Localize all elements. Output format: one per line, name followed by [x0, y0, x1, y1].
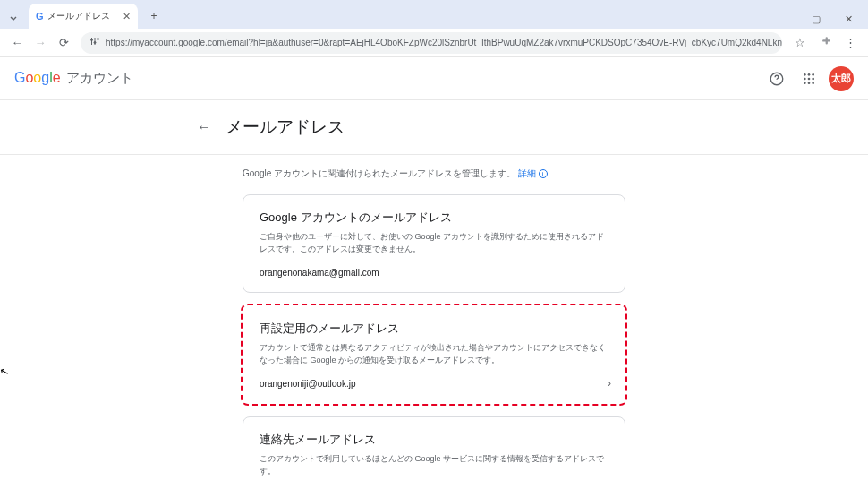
- card-heading: 再設定用のメールアドレス: [260, 321, 608, 337]
- svg-point-12: [808, 77, 811, 80]
- svg-point-9: [808, 73, 811, 76]
- nav-back-button[interactable]: ←: [5, 31, 29, 55]
- page-description: Google アカウントに関連付けられたメールアドレスを管理します。 詳細 i: [243, 155, 625, 194]
- favicon-icon: G: [36, 11, 44, 21]
- page-title: メールアドレス: [226, 116, 345, 139]
- page-back-button[interactable]: ←: [190, 113, 218, 142]
- site-settings-icon[interactable]: [89, 36, 100, 49]
- browser-tab[interactable]: G メールアドレス ✕: [29, 4, 138, 29]
- window-close-button[interactable]: ✕: [832, 13, 864, 25]
- account-avatar[interactable]: 太郎: [829, 66, 854, 91]
- chevron-right-icon: ›: [608, 377, 611, 390]
- window-maximize-button[interactable]: ▢: [800, 13, 832, 25]
- bookmark-button[interactable]: ☆: [787, 36, 813, 49]
- svg-point-13: [812, 77, 814, 80]
- recovery-email-value: orangenoniji@outlook.jp: [260, 379, 608, 389]
- help-button[interactable]: [764, 66, 789, 91]
- info-icon: i: [539, 169, 548, 178]
- nav-reload-button[interactable]: ⟳: [52, 31, 75, 55]
- nav-forward-button[interactable]: →: [29, 31, 52, 55]
- browser-titlebar: G メールアドレス ✕ + — ▢ ✕: [0, 0, 868, 29]
- svg-point-16: [812, 82, 814, 84]
- tab-dropdown-icon[interactable]: [9, 14, 18, 23]
- google-logo[interactable]: Google アカウント: [14, 70, 133, 87]
- learn-more-link[interactable]: 詳細 i: [518, 168, 548, 178]
- svg-point-7: [776, 81, 777, 82]
- svg-point-4: [94, 42, 96, 44]
- window-controls: — ▢ ✕: [768, 13, 868, 29]
- svg-point-11: [804, 77, 806, 80]
- svg-point-3: [91, 39, 93, 41]
- card-heading: Google アカウントのメールアドレス: [260, 210, 608, 226]
- card-subtext: ご自身や他のユーザーに対して、お使いの Google アカウントを識別するために…: [260, 231, 608, 255]
- tab-title: メールアドレス: [47, 10, 123, 22]
- primary-email-card: Google アカウントのメールアドレス ご自身や他のユーザーに対して、お使いの…: [243, 194, 625, 293]
- card-subtext: このアカウントで利用しているほとんどの Google サービスに関する情報を受信…: [260, 453, 608, 477]
- extensions-button[interactable]: [813, 35, 838, 50]
- card-heading: 連絡先メールアドレス: [260, 432, 608, 448]
- card-subtext: アカウントで通常とは異なるアクティビティが検出された場合やアカウントにアクセスで…: [260, 342, 608, 366]
- contact-email-card[interactable]: 連絡先メールアドレス このアカウントで利用しているほとんどの Google サー…: [243, 416, 625, 489]
- browser-toolbar: ← → ⟳ https://myaccount.google.com/email…: [0, 29, 868, 57]
- new-tab-button[interactable]: +: [145, 7, 163, 25]
- url-text: https://myaccount.google.com/email?hl=ja…: [106, 38, 782, 47]
- svg-point-14: [804, 82, 806, 84]
- recovery-email-card[interactable]: 再設定用のメールアドレス アカウントで通常とは異なるアクティビティが検出された場…: [243, 305, 625, 404]
- google-apps-button[interactable]: [796, 66, 821, 91]
- window-minimize-button[interactable]: —: [768, 14, 800, 25]
- svg-point-15: [808, 82, 811, 84]
- svg-point-5: [98, 39, 99, 40]
- primary-email-value: orangenonakama@gmail.com: [260, 268, 608, 278]
- svg-point-10: [812, 73, 814, 76]
- account-label: アカウント: [66, 70, 133, 85]
- content-area: ← メールアドレス Google アカウントに関連付けられたメールアドレスを管理…: [0, 100, 868, 489]
- url-bar[interactable]: https://myaccount.google.com/email?hl=ja…: [81, 32, 782, 54]
- tab-close-icon[interactable]: ✕: [123, 11, 131, 22]
- google-account-header: Google アカウント 太郎: [0, 57, 868, 100]
- svg-point-8: [804, 73, 806, 76]
- browser-menu-button[interactable]: ⋮: [838, 36, 863, 49]
